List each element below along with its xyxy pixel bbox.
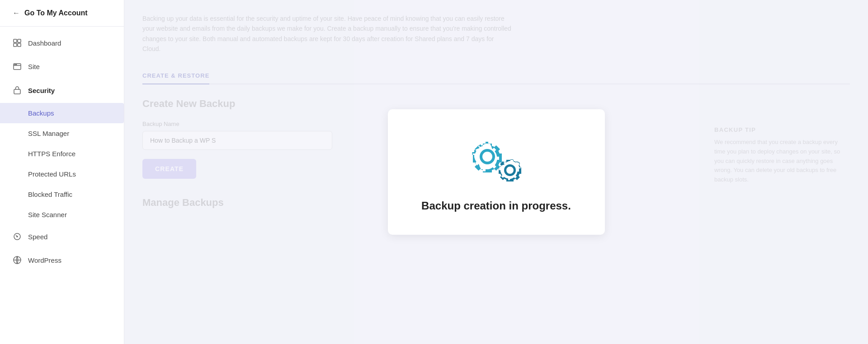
sidebar-item-backups[interactable]: Backups (0, 103, 124, 123)
protected-urls-label: Protected URLs (28, 170, 76, 178)
svg-rect-2 (14, 43, 17, 46)
sidebar-item-security[interactable]: Security (0, 78, 124, 103)
sidebar-item-ssl-manager[interactable]: SSL Manager (0, 123, 124, 144)
site-scanner-label: Site Scanner (28, 211, 67, 218)
sidebar-item-speed[interactable]: Speed (0, 225, 124, 248)
sidebar-item-site[interactable]: Site (0, 55, 124, 78)
go-to-account-link[interactable]: ← Go To My Account (0, 0, 124, 27)
sidebar-item-blocked-traffic[interactable]: Blocked Traffic (0, 184, 124, 205)
site-label: Site (28, 63, 40, 70)
svg-rect-0 (14, 39, 17, 42)
main-content: Backing up your data is essential for th… (124, 0, 868, 344)
ssl-manager-label: SSL Manager (28, 130, 69, 137)
site-icon (13, 62, 22, 71)
sidebar-item-dashboard[interactable]: Dashboard (0, 31, 124, 55)
https-enforce-label: HTTPS Enforce (28, 150, 75, 158)
gear-small-icon (494, 154, 526, 186)
dashboard-icon (13, 38, 22, 47)
backups-label: Backups (28, 109, 54, 117)
lock-icon (13, 85, 22, 96)
dashboard-label: Dashboard (28, 39, 61, 47)
gear-animation-icon (467, 136, 526, 186)
security-section: Security Backups SSL Manager HTTPS Enfor… (0, 78, 124, 225)
back-arrow-icon: ← (13, 9, 20, 17)
svg-rect-8 (14, 89, 20, 94)
modal-message: Backup creation in progress. (421, 200, 571, 212)
svg-rect-3 (18, 43, 21, 46)
wordpress-label: WordPress (28, 256, 61, 264)
sidebar-item-site-scanner[interactable]: Site Scanner (0, 205, 124, 225)
svg-point-7 (16, 64, 17, 65)
modal-overlay: Backup creation in progress. (124, 0, 868, 344)
speed-icon (13, 232, 22, 241)
sidebar-item-wordpress[interactable]: WordPress (0, 248, 124, 272)
speed-label: Speed (28, 233, 47, 241)
security-label: Security (28, 87, 55, 94)
svg-point-9 (17, 236, 18, 237)
sidebar-item-protected-urls[interactable]: Protected URLs (0, 164, 124, 184)
svg-point-6 (14, 64, 15, 65)
sidebar: ← Go To My Account Dashboard (0, 0, 124, 344)
sidebar-nav: Dashboard Site (0, 27, 124, 276)
wordpress-icon (13, 256, 22, 265)
svg-rect-1 (18, 39, 21, 42)
sidebar-item-https-enforce[interactable]: HTTPS Enforce (0, 144, 124, 164)
security-sub-nav: Backups SSL Manager HTTPS Enforce Protec… (0, 103, 124, 225)
blocked-traffic-label: Blocked Traffic (28, 191, 72, 198)
go-to-account-label: Go To My Account (24, 9, 88, 17)
modal-box: Backup creation in progress. (388, 109, 605, 235)
